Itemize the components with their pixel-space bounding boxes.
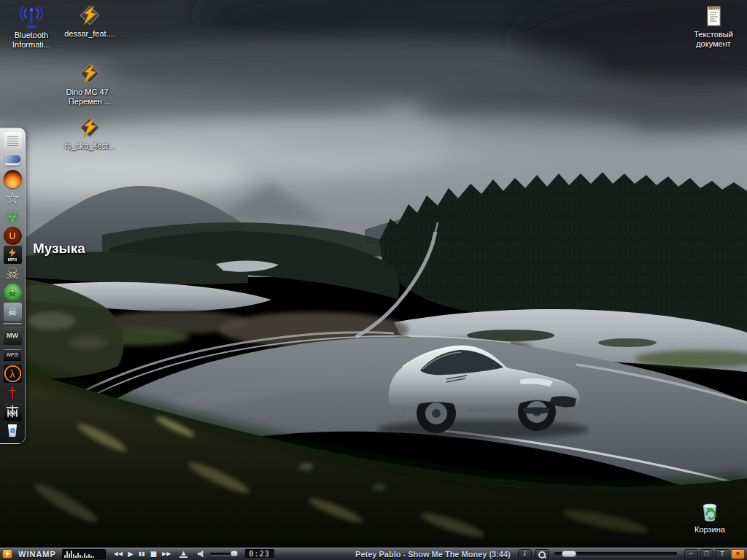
dock-item-nfs[interactable]: NFS [0,346,25,364]
winamp-label: WINAMP [18,550,56,559]
unreal-icon: U [4,227,22,245]
desktop: Bluetooth Informati... dessar_feat.... D… [0,0,747,560]
green-skull-icon: ☠ [4,284,22,302]
desktop-icon-label: Корзина [694,525,725,534]
dock-item-quake[interactable]: † [0,384,25,402]
winamp-logo-icon[interactable] [2,549,12,559]
winamp-file-icon [77,61,102,86]
desktop-icon-dessar[interactable]: dessar_feat.... [60,3,120,39]
previous-button[interactable]: ◀◀ [112,551,125,558]
dock-items: ☆☣UMP3☠☠☠MWNFSλ† [0,128,25,440]
text-document-icon [701,4,726,28]
dock-item-half-life[interactable]: λ [0,365,25,383]
volume-handle[interactable] [231,551,238,556]
desktop-icon-label: dessar_feat.... [64,29,115,39]
star-icon: ☆ [4,189,22,207]
maximize-button[interactable]: □ [700,549,713,559]
desktop-icon-label: fs_aka_4est... [65,141,115,151]
fire-icon [4,170,22,188]
dock-item-kanji[interactable] [0,402,25,421]
minimize-button[interactable]: – [684,549,698,559]
seek-handle[interactable] [562,551,576,557]
dock-item-gray-skull[interactable]: ☠ [0,303,25,321]
kanji-icon [4,402,22,421]
dock-item-unreal[interactable]: U [0,227,25,245]
dock-item-skull[interactable]: ☠ [0,265,25,283]
quake-icon: † [4,384,22,402]
pause-button[interactable]: ▮▮ [136,551,147,558]
gray-skull-icon: ☠ [4,303,22,321]
spectrum-visualization[interactable] [62,549,106,559]
dock-divider [3,323,22,324]
winamp-file-icon [77,115,102,140]
close-button[interactable]: × [731,549,745,559]
bluetooth-icon [19,4,44,29]
volume-icon [198,551,206,558]
desktop-icon-label: Dino MC 47 - Перемен ... [66,88,114,106]
track-time: 0:23 [245,549,274,559]
search-button[interactable] [535,549,549,559]
desktop-icon-fs-aka[interactable]: fs_aka_4est... [58,115,121,151]
dock-item-green-skull[interactable]: ☠ [0,284,25,302]
mp3-icon: MP3 [4,246,22,264]
dock-item-mp3[interactable]: MP3 [0,246,25,264]
desktop-icon-label: Текстовый документ [694,30,733,49]
volume-slider[interactable] [210,553,236,555]
stop-button[interactable]: ■ [148,550,159,559]
window-buttons: – □ T × [684,549,745,559]
always-on-top-button[interactable]: T [715,549,729,559]
dock-item-fire[interactable] [0,170,25,188]
desktop-icon-recycle-bin[interactable]: Корзина [683,499,737,534]
dock-item-mw[interactable]: MW [0,327,25,345]
nfs-icon: NFS [4,349,21,361]
recycle-bin-icon [697,499,722,524]
book-icon [4,151,22,169]
biohazard-icon: ☣ [4,208,22,226]
play-button[interactable]: ▶ [125,550,136,559]
dock-item-book[interactable] [0,151,25,169]
half-life-icon: λ [4,365,22,383]
dock-tooltip: Музыка [33,241,85,257]
desktop-icon-dino-mc[interactable]: Dino MC 47 - Перемен ... [58,61,121,106]
next-button[interactable]: ▶▶ [160,551,173,558]
seek-slider[interactable] [554,552,677,556]
dock-item-document[interactable] [0,132,25,150]
dock-item-cup[interactable] [0,421,25,440]
info-button[interactable]: i [518,549,532,559]
taskbar: WINAMP ◀◀ ▶ ▮▮ ■ ▶▶ ▲ 0:23 Petey Pablo -… [0,547,747,560]
dock-item-star[interactable]: ☆ [0,189,25,207]
desktop-icon-label: Bluetooth Informati... [12,31,50,50]
eject-button[interactable]: ▲ [179,551,187,558]
skull-icon: ☠ [4,265,22,283]
desktop-icon-bluetooth[interactable]: Bluetooth Informati... [3,4,60,50]
desktop-icon-text-document[interactable]: Текстовый документ [684,4,743,49]
cup-icon [4,421,22,440]
track-title: Petey Pablo - Show Me The Money (3:44) [277,550,511,559]
playback-controls: ◀◀ ▶ ▮▮ ■ ▶▶ ▲ [112,550,187,559]
dock-item-biohazard[interactable]: ☣ [0,208,25,226]
document-icon [4,132,22,150]
mw-icon: MW [4,327,22,345]
winamp-file-icon [77,3,102,28]
dock-panel: ☆☣UMP3☠☠☠MWNFSλ† [0,128,26,444]
